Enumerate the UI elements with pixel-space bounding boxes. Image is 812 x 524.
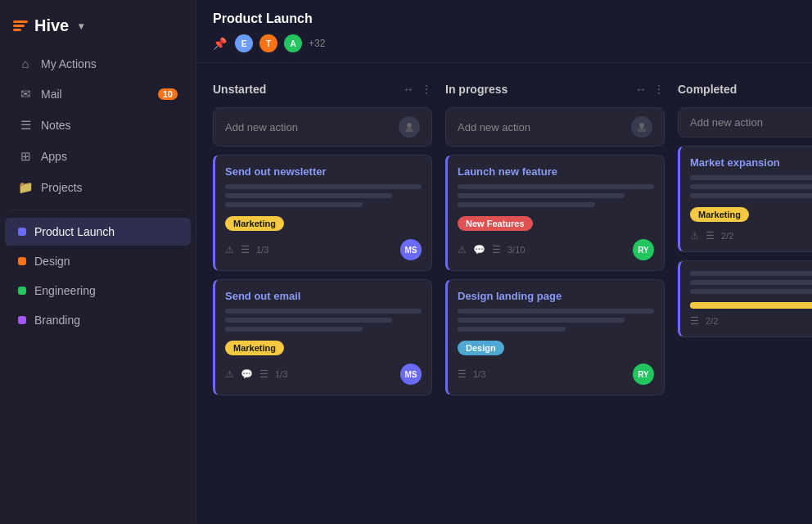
sidebar-item-apps[interactable]: ⊞ Apps — [5, 142, 191, 171]
card-line — [690, 280, 812, 285]
sidebar-item-label: Projects — [41, 181, 83, 194]
mail-icon: ✉ — [18, 87, 33, 102]
kanban-card[interactable]: Send out newsletter Marketing ⚠ ☰ 1/3 MS — [213, 155, 432, 271]
svg-point-1 — [639, 123, 644, 128]
sidebar-item-label: Notes — [41, 119, 71, 132]
column-title: Completed — [678, 83, 737, 96]
add-action-button[interactable]: Add new action — [213, 107, 432, 147]
card-title: Design landing page — [458, 290, 654, 302]
card-footer: ⚠ ☰ 2/2 — [690, 230, 812, 242]
sidebar-item-label: Branding — [34, 314, 80, 327]
warning-icon: ⚠ — [690, 230, 699, 242]
card-lines — [458, 184, 654, 207]
add-action-label: Add new action — [225, 121, 298, 133]
notes-icon: ☰ — [18, 118, 33, 133]
folder-icon: 📁 — [18, 180, 33, 195]
kanban-card[interactable]: Send out email Marketing ⚠ 💬 ☰ 1/3 MS — [213, 279, 432, 395]
sidebar-item-label: My Actions — [41, 57, 97, 70]
add-action-button[interactable]: Add new action — [445, 107, 665, 147]
more-icon[interactable]: ⋮ — [421, 83, 432, 96]
card-avatar: RY — [633, 364, 654, 385]
expand-icon[interactable]: ↔ — [403, 83, 414, 96]
avatar-group: E T A +32 — [233, 33, 325, 54]
column-header: Unstarted ↔ ⋮ — [213, 79, 432, 99]
card-line — [225, 202, 363, 207]
card-footer: ⚠ 💬 ☰ 1/3 MS — [225, 364, 422, 385]
tasks-icon: ☰ — [241, 244, 250, 255]
sidebar-divider — [10, 210, 186, 210]
card-line — [225, 184, 422, 189]
column-title: In progress — [445, 83, 508, 96]
sidebar-item-design[interactable]: Design — [5, 247, 191, 275]
sidebar-item-label: Apps — [41, 150, 67, 163]
task-count: 2/2 — [721, 231, 733, 241]
card-line — [458, 184, 654, 189]
card-footer: ⚠ 💬 ☰ 3/10 RY — [458, 239, 654, 260]
card-footer: ☰ 2/2 — [690, 315, 812, 327]
task-count: 3/10 — [508, 245, 525, 255]
card-title: Launch new feature — [458, 165, 654, 178]
sidebar-item-projects[interactable]: 📁 Projects — [5, 173, 191, 202]
card-line — [690, 289, 812, 294]
task-count: 1/3 — [275, 369, 287, 379]
warning-icon: ⚠ — [225, 368, 234, 380]
yellow-bar — [690, 302, 812, 309]
column-unstarted: Unstarted ↔ ⋮ Add new action Send out ne… — [213, 79, 432, 508]
card-lines — [225, 309, 422, 332]
expand-icon[interactable]: ↔ — [635, 83, 647, 96]
card-line — [225, 309, 422, 314]
column-header: In progress ↔ ⋮ — [445, 79, 665, 99]
project-header: Product Launch 📌 E T A +32 — [196, 0, 812, 63]
kanban-board: Unstarted ↔ ⋮ Add new action Send out ne… — [196, 63, 812, 524]
column-actions: ↔ ⋮ — [635, 83, 665, 96]
card-avatar: MS — [400, 239, 422, 260]
add-action-label: Add new action — [458, 121, 530, 133]
task-count: 2/2 — [706, 316, 718, 326]
app-logo[interactable]: Hive ▾ — [0, 10, 196, 48]
app-name: Hive — [34, 16, 69, 35]
sidebar-item-mail[interactable]: ✉ Mail 10 — [5, 79, 191, 109]
sidebar-item-engineering[interactable]: Engineering — [5, 277, 191, 305]
kanban-card[interactable]: Launch new feature New Features ⚠ 💬 ☰ 3/… — [445, 155, 665, 271]
card-tag: Marketing — [690, 207, 749, 222]
task-count: 1/3 — [473, 369, 485, 379]
card-tag: Design — [458, 341, 504, 355]
avatar: T — [258, 33, 279, 54]
card-line — [458, 327, 566, 332]
warning-icon: ⚠ — [458, 244, 467, 255]
column-header: Completed — [678, 79, 812, 99]
card-line — [458, 318, 625, 323]
sidebar-item-branding[interactable]: Branding — [5, 306, 191, 334]
column-actions: ↔ ⋮ — [403, 83, 432, 96]
card-meta: ⚠ ☰ 1/3 — [225, 244, 268, 255]
tasks-icon: ☰ — [690, 315, 699, 327]
header-meta: 📌 E T A +32 — [213, 33, 796, 54]
card-footer: ☰ 1/3 RY — [458, 364, 654, 385]
sidebar-item-my-actions[interactable]: ⌂ My Actions — [5, 49, 191, 78]
sidebar-item-label: Design — [34, 255, 70, 268]
sidebar-item-label: Mail — [41, 88, 62, 101]
card-line — [225, 193, 392, 198]
card-line — [690, 271, 812, 276]
project-dot — [18, 287, 26, 295]
kanban-card[interactable]: Design landing page Design ☰ 1/3 RY — [445, 279, 665, 395]
kanban-card[interactable]: ☰ 2/2 — [678, 260, 812, 337]
svg-point-0 — [407, 123, 412, 128]
sidebar-item-product-launch[interactable]: Product Launch — [5, 218, 191, 246]
kanban-card[interactable]: Market expansion Marketing ⚠ ☰ 2/2 — [678, 146, 812, 252]
more-icon[interactable]: ⋮ — [653, 83, 665, 96]
home-icon: ⌂ — [18, 56, 33, 70]
sidebar-item-notes[interactable]: ☰ Notes — [5, 111, 191, 140]
project-dot — [18, 316, 26, 324]
card-tag: Marketing — [225, 216, 284, 231]
card-lines — [690, 175, 812, 198]
add-action-button[interactable]: Add new action — [678, 107, 812, 138]
card-meta: ☰ 2/2 — [690, 315, 718, 327]
tasks-icon: ☰ — [458, 368, 467, 380]
card-line — [690, 184, 812, 189]
card-tag: Marketing — [225, 341, 284, 355]
sidebar-item-label: Engineering — [34, 284, 96, 297]
tasks-icon: ☰ — [706, 230, 715, 242]
card-lines — [458, 309, 654, 332]
avatar: E — [233, 33, 255, 54]
